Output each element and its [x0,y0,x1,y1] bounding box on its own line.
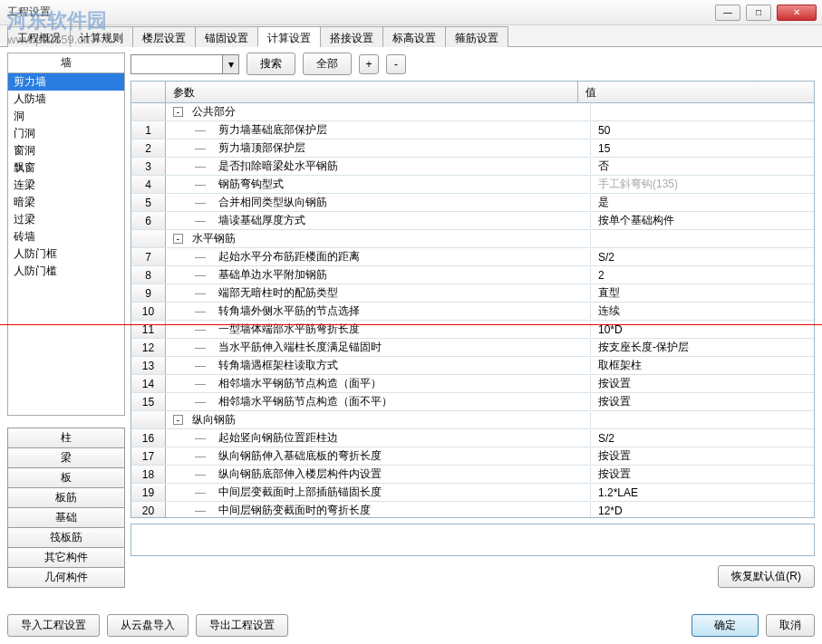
component-button[interactable]: 柱 [7,428,125,448]
all-button[interactable]: 全部 [303,53,352,75]
category-item[interactable]: 人防墙 [8,91,124,108]
param-cell: 转角墙外侧水平筋的节点选择 [166,303,591,319]
param-row[interactable]: 2剪力墙顶部保护层15 [131,139,814,158]
value-cell[interactable]: 按设置 [591,466,814,482]
value-cell[interactable]: S/2 [591,432,814,445]
param-row[interactable]: 13转角墙遇框架柱读取方式取框架柱 [131,357,814,375]
tab-0[interactable]: 工程概况 [7,26,71,47]
param-row[interactable]: 5合并相同类型纵向钢筋是 [131,194,814,212]
value-cell[interactable]: 2 [591,269,814,282]
filter-select[interactable]: ▾ [131,54,239,74]
param-cell: 相邻墙水平钢筋节点构造（面不平） [166,394,591,409]
tab-3[interactable]: 锚固设置 [195,26,258,47]
tab-1[interactable]: 计算规则 [70,26,133,47]
param-row[interactable]: 14相邻墙水平钢筋节点构造（面平）按设置 [131,375,814,393]
collapse-icon[interactable]: - [173,107,183,117]
expand-button[interactable]: + [359,54,379,74]
row-number: 14 [131,375,166,392]
param-row[interactable]: 6墙读基础厚度方式按单个基础构件 [131,212,814,230]
category-item[interactable]: 门洞 [8,125,124,142]
import-cloud-button[interactable]: 从云盘导入 [107,614,189,637]
collapse-icon[interactable]: - [173,234,183,244]
category-item[interactable]: 连梁 [8,177,124,194]
maximize-button[interactable]: □ [746,5,771,21]
param-row[interactable]: 11一型墙体端部水平筋弯折长度10*D [131,321,814,339]
component-button[interactable]: 基础 [7,507,125,528]
category-item[interactable]: 砖墙 [8,228,124,245]
value-cell[interactable]: S/2 [591,251,814,264]
component-button[interactable]: 几何构件 [7,567,125,588]
value-cell[interactable]: 是 [591,195,814,210]
category-item[interactable]: 窗洞 [8,142,124,159]
import-project-button[interactable]: 导入工程设置 [7,614,100,637]
window-title: 工程设置 [7,5,715,20]
value-cell[interactable]: 15 [591,142,814,155]
param-row[interactable]: 16起始竖向钢筋位置距柱边S/2 [131,429,814,447]
value-cell[interactable]: 1.2*LAE [591,486,814,499]
param-cell: 中间层钢筋变截面时的弯折长度 [166,503,591,517]
group-row[interactable]: -公共部分 [131,103,814,121]
category-item[interactable]: 飘窗 [8,159,124,177]
cancel-button[interactable]: 取消 [766,614,815,637]
param-cell: 中间层变截面时上部插筋锚固长度 [166,485,591,500]
param-row[interactable]: 18纵向钢筋底部伸入楼层构件内设置按设置 [131,466,814,484]
value-cell[interactable]: 取框架柱 [591,358,814,373]
param-row[interactable]: 17纵向钢筋伸入基础底板的弯折长度按设置 [131,447,814,466]
param-row[interactable]: 8基础单边水平附加钢筋2 [131,266,814,284]
tab-6[interactable]: 标高设置 [382,26,446,47]
param-row[interactable]: 19中间层变截面时上部插筋锚固长度1.2*LAE [131,484,814,502]
group-row[interactable]: -纵向钢筋 [131,411,814,429]
row-number: 5 [131,194,166,211]
row-number: 13 [131,357,166,374]
ok-button[interactable]: 确定 [691,614,759,637]
search-button[interactable]: 搜索 [247,53,295,75]
category-item[interactable]: 人防门槛 [8,263,124,280]
value-cell[interactable]: 直型 [591,285,814,301]
value-cell[interactable]: 按支座长度-保护层 [591,340,814,355]
component-button[interactable]: 其它构件 [7,547,125,568]
close-button[interactable]: ✕ [777,5,817,21]
value-cell[interactable]: 12*D [591,505,814,517]
param-row[interactable]: 1剪力墙基础底部保护层50 [131,121,814,139]
value-cell[interactable]: 否 [591,159,814,174]
category-item[interactable]: 过梁 [8,211,124,228]
row-number: 19 [131,484,166,501]
value-cell[interactable]: 按单个基础构件 [591,213,814,228]
param-row[interactable]: 10转角墙外侧水平筋的节点选择连续 [131,303,814,321]
tab-5[interactable]: 搭接设置 [320,26,383,47]
component-button[interactable]: 板 [7,467,125,488]
param-row[interactable]: 9端部无暗柱时的配筋类型直型 [131,284,814,303]
tab-2[interactable]: 楼层设置 [132,26,196,47]
value-cell[interactable]: 10*D [591,323,814,336]
value-cell[interactable]: 按设置 [591,448,814,464]
component-button[interactable]: 板筋 [7,487,125,508]
restore-default-button[interactable]: 恢复默认值(R) [718,565,815,588]
value-cell[interactable]: 按设置 [591,376,814,391]
param-row[interactable]: 15相邻墙水平钢筋节点构造（面不平）按设置 [131,393,814,411]
group-row[interactable]: -水平钢筋 [131,230,814,248]
tab-7[interactable]: 箍筋设置 [445,26,508,47]
tab-4[interactable]: 计算设置 [257,26,321,47]
param-row[interactable]: 3是否扣除暗梁处水平钢筋否 [131,158,814,176]
value-cell[interactable]: 按设置 [591,394,814,409]
value-cell[interactable]: 手工斜弯钩(135) [591,177,814,192]
category-item[interactable]: 洞 [8,108,124,125]
category-item[interactable]: 剪力墙 [8,73,124,91]
collapse-button[interactable]: - [386,54,406,74]
collapse-icon[interactable]: - [173,415,183,425]
export-project-button[interactable]: 导出工程设置 [196,614,288,637]
row-number [131,411,166,428]
category-item[interactable]: 人防门框 [8,245,124,263]
grid-body[interactable]: -公共部分1剪力墙基础底部保护层502剪力墙顶部保护层153是否扣除暗梁处水平钢… [131,103,814,517]
param-row[interactable]: 4钢筋弯钩型式手工斜弯钩(135) [131,176,814,194]
component-button[interactable]: 筏板筋 [7,527,125,548]
value-cell[interactable]: 连续 [591,303,814,319]
param-row[interactable]: 7起始水平分布筋距楼面的距离S/2 [131,248,814,266]
minimize-button[interactable]: — [715,5,740,21]
param-row[interactable]: 20中间层钢筋变截面时的弯折长度12*D [131,502,814,517]
value-cell[interactable]: 50 [591,124,814,137]
param-row[interactable]: 12当水平筋伸入端柱长度满足锚固时按支座长度-保护层 [131,339,814,357]
component-button[interactable]: 梁 [7,447,125,468]
category-header[interactable]: 墙 [7,53,125,73]
category-item[interactable]: 暗梁 [8,194,124,211]
